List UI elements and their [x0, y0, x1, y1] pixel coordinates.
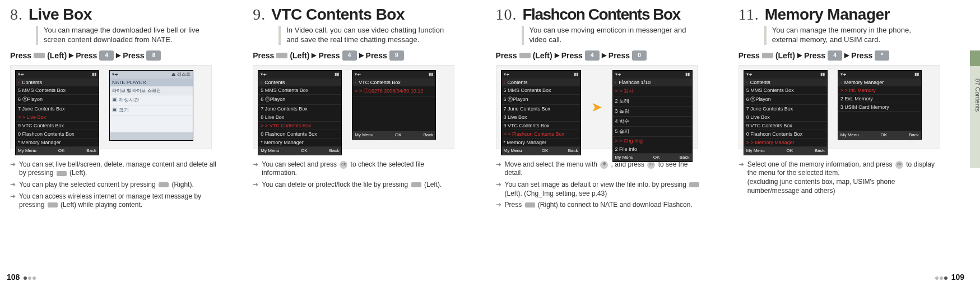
keycap-icon: 4 — [99, 50, 114, 61]
note-text: You can play the selected content by pre… — [19, 181, 194, 190]
ok-icon: ✥ — [600, 161, 608, 169]
list-item: 7 June Contents Box — [501, 105, 580, 113]
list-item: 6 ⓒPlayon — [258, 95, 341, 105]
softkey-icon — [57, 171, 67, 176]
section-desc: You can use moving emoticon in messenger… — [522, 26, 695, 45]
keycap-icon: * — [875, 50, 889, 61]
softkey-mid: OK — [881, 132, 888, 137]
list-item: 0 Flashcon Contents Box — [16, 130, 99, 139]
sep-icon: ▶ — [69, 52, 73, 59]
list-item: 8 Live Box — [744, 113, 827, 122]
left-label: (Left) — [290, 51, 309, 60]
softkey-mid: OK — [542, 148, 549, 153]
phone-subheader: 라이브 벨 라이브 스크린 — [110, 86, 193, 95]
phone-title: Flashcon 1/10 — [619, 80, 651, 85]
softkey-icon — [519, 53, 531, 58]
section-title: Live Box — [29, 6, 92, 24]
list-item: 7 June Contents Box — [744, 105, 827, 113]
screenshot-group: ▾◂▪▮▮ ‹Contents 5 MMS Contents Box 6 ⓒPl… — [739, 65, 940, 149]
page-number: 108 — [7, 273, 20, 282]
phone-statusbar: ▾◂▪▮▮ — [613, 71, 692, 79]
softkey-icon — [762, 53, 773, 58]
phone-right: ▾◂▪▮▮ ‹Memory Manager > Int. Memory 2 Ex… — [838, 70, 922, 140]
section-number: 11. — [739, 6, 759, 24]
section-8: 8. Live Box You can manage the downloade… — [0, 0, 243, 286]
section-desc: You can manage the downloaded live bell … — [36, 26, 210, 45]
softkey-mid: OK — [787, 148, 793, 153]
softkey-mid: OK — [58, 148, 65, 153]
list-item: ▣ 재생시간 — [110, 95, 193, 105]
press-label: Press — [851, 51, 872, 60]
list-item: * Memory Manager — [258, 139, 341, 147]
note-text: You can set image as default or view the… — [505, 181, 703, 198]
press-label: Press — [10, 51, 31, 60]
press-label: Press — [318, 51, 340, 60]
softkey-right: Back — [568, 148, 578, 153]
section-title: Flashcon Contents Box — [523, 6, 680, 24]
phone-statusbar: ▾◂▪▮▮ — [744, 71, 827, 79]
press-label: Press — [739, 51, 760, 60]
list-item-selected: > Live Box — [16, 113, 99, 122]
notes: ➔You can set live bell/screen, delete, m… — [10, 160, 217, 210]
softkey-mid: OK — [301, 148, 308, 153]
left-label: (Left) — [47, 51, 67, 60]
press-label: Press — [804, 51, 825, 60]
notes: ➔Select one of the memory information, a… — [739, 160, 946, 195]
arrow-icon: ➔ — [496, 201, 501, 210]
note-text: You can delete or protect/lock the file … — [262, 181, 442, 190]
sep-icon: ▶ — [359, 52, 364, 59]
softkey-right: Back — [909, 132, 919, 137]
press-label: Press — [76, 51, 97, 60]
softkey-right: Back — [815, 148, 825, 153]
sep-icon: ▶ — [844, 52, 849, 59]
softkey-left: My Menu — [840, 132, 859, 137]
press-label: Press — [366, 51, 387, 60]
screenshot-group: ▾◂▪▮▮ ‹Contents 5 MMS Contents Box 6 ⓒPl… — [496, 65, 698, 149]
press-label: Press — [253, 51, 274, 60]
list-item: 5 MMS Contents Box — [744, 86, 827, 95]
arrow-icon: ➔ — [739, 160, 744, 195]
phone-title: NATE PLAYER — [110, 79, 193, 86]
phone-title: Contents — [22, 80, 42, 85]
sep-icon: ▶ — [312, 52, 316, 59]
softkey-left: My Menu — [746, 148, 765, 153]
list-item-selected: > Chg.Img — [613, 137, 692, 145]
list-item: 0 Flashcon Contents Box — [258, 130, 341, 139]
list-item-selected: > Flashcon Contents Box — [501, 130, 580, 139]
section-title: VTC Contents Box — [271, 6, 405, 24]
note-text: Press (Right) to connect to NATE and dow… — [505, 201, 693, 210]
softkey-icon — [411, 182, 421, 187]
ok-icon: ok — [895, 161, 903, 169]
phone-right: ▾◂▪▮▮ ‹VTC Contents Box > ⓘ16276 2008/04… — [352, 70, 436, 140]
phone-statusbar: ▾◂▪▮▮ — [501, 71, 580, 79]
press-label: Press — [496, 51, 517, 60]
phone-right: ▾◂▪▮▮ ‹Flashcon 1/10 > 감사 2 노래 3 놀람 4 박수… — [612, 70, 693, 162]
phone-title: VTC Contents Box — [359, 80, 401, 85]
list-item-selected: > VTC Contents Box — [258, 122, 341, 130]
section-number: 10. — [496, 6, 517, 24]
list-item: 5 MMS Contents Box — [501, 86, 580, 95]
phone-left: ▾◂▪▮▮ ‹Contents 5 MMS Contents Box 6 ⓒPl… — [258, 70, 342, 155]
list-item: 6 ⓒPlayon — [744, 95, 827, 105]
softkey-left: My Menu — [355, 132, 373, 137]
list-item-selected: > ⓘ16276 2008/04/30 10:12 — [352, 86, 435, 96]
arrow-icon: ➔ — [253, 160, 258, 178]
list-item: 9 VTC Contents Box — [16, 122, 99, 130]
phone-statusbar: ▾◂▪▮▮ — [352, 71, 435, 79]
note-text: Select one of the memory information, an… — [747, 160, 946, 195]
list-item-selected: > Int. Memory — [838, 86, 921, 95]
arrow-right-icon: ➤ — [591, 99, 602, 115]
phone-statusbar: ▾◂▪⏏ 리스트 — [110, 71, 193, 79]
list-item: 2 노래 — [613, 96, 692, 107]
section-desc: In Video call, you can use video chattin… — [278, 26, 452, 45]
notes: ➔You can select and press ok to check th… — [253, 160, 460, 190]
section-10: 10. Flashcon Contents Box You can use mo… — [486, 0, 728, 286]
keycap-icon: 0 — [632, 50, 647, 61]
list-item: 6 ⓒPlayon — [501, 95, 580, 105]
ok-icon: ok — [340, 161, 347, 169]
list-item: 9 VTC Contents Box — [744, 122, 827, 130]
list-item: 4 박수 — [613, 117, 692, 127]
phone-title: Contents — [508, 80, 528, 85]
sep-icon: ▶ — [555, 52, 559, 59]
phone-statusbar: ▾◂▪▮▮ — [838, 71, 921, 79]
